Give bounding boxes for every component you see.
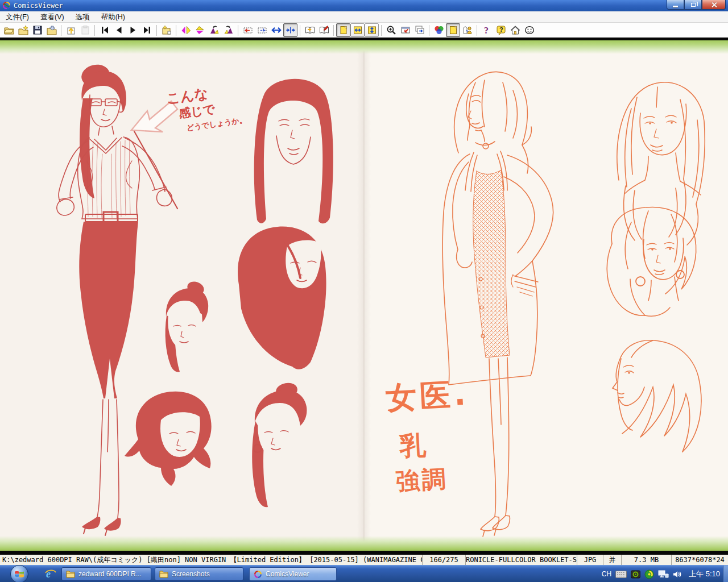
sketch-head-bob: [125, 392, 212, 486]
sketch-head-earrings: [607, 207, 696, 316]
title-bar: ComicsViewer: [0, 0, 728, 11]
note-text: こんな 感じで どうでしょうか。: [166, 81, 247, 135]
taskbar: e zedward 600DPI R... Screenshots Comics…: [0, 565, 728, 582]
comic-page-right[interactable]: 女医. 乳 強調: [364, 40, 728, 551]
menu-options[interactable]: 选项: [70, 11, 96, 23]
close-button[interactable]: [702, 0, 726, 10]
page-mode-icon[interactable]: [446, 23, 460, 37]
language-indicator[interactable]: CH: [602, 570, 611, 578]
svg-text:?: ?: [499, 26, 503, 33]
fit-to-screen-icon[interactable]: [398, 23, 412, 37]
sketch-head-long-hair: [254, 79, 333, 223]
toolbar-separator: [61, 25, 61, 36]
last-page-icon[interactable]: [140, 23, 154, 37]
extract-file-icon[interactable]: [44, 23, 59, 37]
app-icon[interactable]: [2, 1, 11, 10]
view-fit-height-icon[interactable]: [365, 23, 379, 37]
comicsviewer-icon: [254, 570, 262, 579]
sketch-head-wavy-hair: [238, 227, 326, 369]
color-adjust-icon[interactable]: [432, 23, 446, 37]
fit-window-icon[interactable]: [283, 23, 297, 37]
taskbar-button-folder-screenshots[interactable]: Screenshots: [155, 567, 243, 581]
home-icon[interactable]: [508, 23, 522, 37]
comic-page-left[interactable]: こんな 感じで どうでしょうか。: [0, 40, 364, 551]
zoom-in-icon[interactable]: [384, 23, 398, 37]
about-icon[interactable]: [522, 23, 536, 37]
sketch-head-profile: [613, 340, 701, 452]
volume-tray-icon[interactable]: [673, 570, 681, 579]
status-bar: K:\zedward 600DPI RAW\(成年コミック) [織田non] N…: [0, 555, 728, 565]
menu-file[interactable]: 文件(F): [0, 11, 35, 23]
load-parent-icon[interactable]: [64, 23, 78, 37]
view-fit-width-icon[interactable]: [350, 23, 365, 37]
status-dimensions: 8637*6078*24: [671, 555, 728, 565]
sketch-head-wavy-long: [617, 82, 705, 245]
toolbar-separator: [176, 25, 176, 36]
minimize-icon: [673, 6, 678, 7]
send-to-icon[interactable]: [460, 23, 474, 37]
viewer-bottom-border: [0, 551, 728, 555]
svg-text:?: ?: [484, 26, 489, 35]
note-line-2: 感じで: [177, 102, 216, 120]
first-page-icon[interactable]: [97, 23, 111, 37]
context-help-icon[interactable]: ?: [494, 23, 508, 37]
save-icon[interactable]: [30, 23, 44, 37]
clock[interactable]: 上午 5:10: [689, 569, 720, 579]
taskbar-button-label: ComicsViewer: [266, 570, 309, 578]
toolbar-separator: [429, 25, 429, 36]
previous-page-icon[interactable]: [111, 23, 126, 37]
toolbar-separator: [238, 25, 238, 36]
menu-view[interactable]: 查看(V): [35, 11, 70, 23]
taskbar-button-comicsviewer[interactable]: ComicsViewer: [249, 567, 337, 581]
flip-vertical-icon[interactable]: [193, 23, 207, 37]
two-page-book-icon[interactable]: [303, 23, 317, 37]
open-file-icon[interactable]: [2, 23, 16, 37]
scroll-left-edge-icon[interactable]: [241, 23, 255, 37]
fit-width-icon[interactable]: [269, 23, 283, 37]
folder-icon: [66, 570, 75, 578]
taskbar-button-label: zedward 600DPI R...: [78, 570, 142, 578]
paste-disabled-icon: [78, 23, 92, 37]
toolbar: ? ?: [0, 23, 728, 38]
next-page-icon[interactable]: [126, 23, 140, 37]
folder-icon: [159, 570, 168, 578]
restore-button[interactable]: [684, 0, 702, 10]
network-tray-icon[interactable]: [658, 570, 669, 579]
nvidia-tray-icon[interactable]: [631, 570, 640, 579]
start-button[interactable]: [10, 565, 28, 582]
left-page-sketch: こんな 感じで どうでしょうか。: [0, 40, 364, 551]
menu-help[interactable]: 帮助(H): [96, 11, 131, 23]
doctor-labels: 女医. 乳 強調: [385, 376, 474, 496]
bookmark-edit-icon[interactable]: [317, 23, 331, 37]
minimize-button[interactable]: [667, 0, 684, 10]
toolbar-separator: [333, 25, 334, 36]
rotate-left-icon[interactable]: [207, 23, 221, 37]
keyboard-tray-icon[interactable]: [615, 571, 627, 578]
antivirus-tray-icon[interactable]: [644, 569, 654, 579]
rotate-right-icon[interactable]: [221, 23, 235, 37]
caption-buttons: [667, 0, 726, 10]
label-chichi: 乳: [398, 430, 427, 462]
internet-explorer-icon[interactable]: e: [44, 568, 57, 580]
status-page-indicator: 166/275: [422, 555, 465, 565]
taskbar-button-folder-zedward[interactable]: zedward 600DPI R...: [61, 567, 151, 581]
status-view-mode: 并: [603, 555, 621, 565]
window-title: ComicsViewer: [14, 2, 63, 10]
sketch-head-bun-small: [166, 280, 209, 372]
new-window-icon[interactable]: [16, 23, 30, 37]
toolbar-separator: [300, 25, 300, 36]
scroll-right-edge-icon[interactable]: [255, 23, 269, 37]
duplicate-view-icon[interactable]: [412, 23, 427, 37]
help-icon[interactable]: ?: [479, 23, 494, 37]
label-kyouchou: 強調: [395, 465, 449, 496]
system-tray: CH 上午 5:10: [602, 566, 720, 582]
show-desktop-button[interactable]: [723, 566, 728, 582]
taskbar-button-label: Screenshots: [172, 570, 210, 578]
restore-icon: [691, 3, 696, 7]
view-single-page-icon[interactable]: [336, 23, 350, 37]
flip-horizontal-icon[interactable]: [179, 23, 193, 37]
toolbar-separator: [381, 25, 382, 36]
thumbnail-browser-icon[interactable]: [159, 23, 173, 37]
label-joi: 女医.: [385, 376, 470, 417]
comic-viewer: こんな 感じで どうでしょうか。: [0, 40, 728, 551]
